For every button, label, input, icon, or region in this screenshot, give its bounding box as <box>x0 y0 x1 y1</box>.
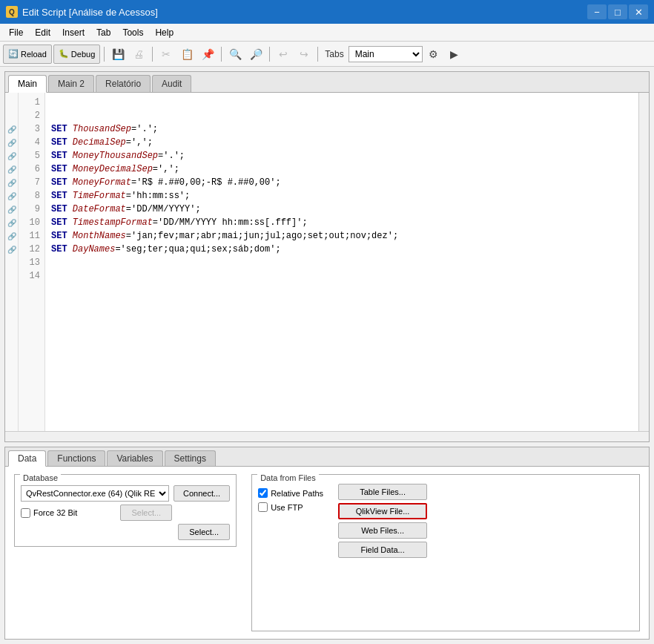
toolbar-separator-3 <box>221 47 222 62</box>
title-bar-left: Q Edit Script [Análise de Acessos] <box>6 6 158 18</box>
database-section: Database QvRestConnector.exe (64) (Qlik … <box>14 474 237 631</box>
files-checkboxes: Relative Paths Use FTP <box>258 485 323 625</box>
code-line-6: SET MoneyDecimalSep=','; <box>51 162 632 176</box>
code-line-3: SET ThousandSep='.'; <box>51 122 632 136</box>
files-section-title: Data from Files <box>257 473 319 482</box>
gutter-icon-6: 🔗 <box>7 162 17 176</box>
tab-data[interactable]: Data <box>8 450 46 467</box>
code-line-7: SET MoneyFormat='R$ #.##0,00;-R$ #.##0,0… <box>51 176 632 189</box>
gutter-icon-11: 🔗 <box>7 229 17 243</box>
menu-tab[interactable]: Tab <box>90 24 116 41</box>
code-line-1 <box>51 96 632 109</box>
gutter-icon-7: 🔗 <box>7 176 17 189</box>
db-connector-row: QvRestConnector.exe (64) (Qlik RE Connec… <box>21 485 230 502</box>
gutter-icon-9: 🔗 <box>7 203 17 216</box>
menu-bar: File Edit Insert Tab Tools Help <box>0 24 654 42</box>
redo-icon-button[interactable]: ↪ <box>294 45 314 64</box>
minimize-button[interactable]: − <box>587 4 607 19</box>
code-line-5: SET MoneyThousandSep='.'; <box>51 149 632 162</box>
gutter-icon-4: 🔗 <box>7 136 17 149</box>
force32bit-label[interactable]: Force 32 Bit <box>21 508 77 518</box>
tab-audit[interactable]: Audit <box>152 75 191 92</box>
db-force32-row: Force 32 Bit Select... <box>21 505 230 521</box>
gutter-icon-2 <box>7 109 17 122</box>
save-icon-button[interactable]: 💾 <box>108 45 128 64</box>
gutter-icon-5: 🔗 <box>7 149 17 162</box>
force32bit-checkbox[interactable] <box>21 508 30 518</box>
code-area[interactable]: SET ThousandSep='.'; SET DecimalSep=',';… <box>45 93 638 431</box>
db-connector-select[interactable]: QvRestConnector.exe (64) (Qlik RE <box>21 485 169 502</box>
editor-scrollbar-vertical[interactable] <box>638 93 649 431</box>
close-button[interactable]: ✕ <box>629 4 648 19</box>
code-line-2 <box>51 109 632 122</box>
find-icon-button[interactable]: 🔎 <box>246 45 265 64</box>
gutter-icon-3: 🔗 <box>7 122 17 136</box>
line-numbers: 1234 5678 9101112 1314 <box>19 93 45 431</box>
print-icon-button[interactable]: 🖨 <box>129 45 148 64</box>
tab-main2[interactable]: Main 2 <box>48 75 94 92</box>
debug-button[interactable]: 🐛 Debug <box>53 45 100 64</box>
reload-icon: 🔄 <box>8 49 19 59</box>
use-ftp-checkbox[interactable] <box>258 502 268 512</box>
cut-icon-button[interactable]: ✂ <box>156 45 176 64</box>
menu-insert[interactable]: Insert <box>56 24 90 41</box>
paste-icon-button[interactable]: 📌 <box>198 45 217 64</box>
use-ftp-label[interactable]: Use FTP <box>258 502 323 512</box>
db-select2-button[interactable]: Select... <box>178 524 230 540</box>
connect-button[interactable]: Connect... <box>174 485 230 502</box>
gutter: 🔗 🔗 🔗 🔗 🔗 🔗 🔗 🔗 🔗 🔗 <box>5 93 19 431</box>
reload-button[interactable]: 🔄 Reload <box>3 45 52 64</box>
search-icon-button[interactable]: 🔍 <box>225 45 245 64</box>
bottom-panel: Data Functions Variables Settings Databa… <box>4 447 650 640</box>
bottom-tab-bar: Data Functions Variables Settings <box>5 447 649 467</box>
db-select2-row: Select... <box>21 524 230 540</box>
maximize-button[interactable]: □ <box>608 4 627 19</box>
code-line-14 <box>51 269 632 283</box>
window-title: Edit Script [Análise de Acessos] <box>22 7 158 18</box>
copy-icon-button[interactable]: 📋 <box>177 45 196 64</box>
editor-tab-bar: Main Main 2 Relatório Audit <box>5 72 649 93</box>
gutter-icon-12: 🔗 <box>7 243 17 256</box>
toolbar-separator-2 <box>152 47 153 62</box>
editor-body: 🔗 🔗 🔗 🔗 🔗 🔗 🔗 🔗 🔗 🔗 1234 5678 9101112 13… <box>5 93 649 431</box>
code-line-9: SET DateFormat='DD/MM/YYYY'; <box>51 203 632 216</box>
menu-edit[interactable]: Edit <box>29 24 56 41</box>
title-bar: Q Edit Script [Análise de Acessos] − □ ✕ <box>0 0 654 24</box>
code-line-12: SET DayNames='seg;ter;qua;qui;sex;sáb;do… <box>51 243 632 256</box>
toolbar: 🔄 Reload 🐛 Debug 💾 🖨 ✂ 📋 📌 🔍 🔎 ↩ ↪ Tabs … <box>0 42 654 67</box>
editor-scrollbar-horizontal[interactable] <box>5 431 649 441</box>
table-files-button[interactable]: Table Files... <box>338 484 427 500</box>
tabs-label: Tabs <box>325 49 343 59</box>
menu-file[interactable]: File <box>3 24 29 41</box>
tab-variables[interactable]: Variables <box>107 450 162 466</box>
window-controls: − □ ✕ <box>587 4 648 19</box>
menu-tools[interactable]: Tools <box>116 24 149 41</box>
editor-panel: Main Main 2 Relatório Audit 🔗 🔗 🔗 🔗 🔗 🔗 … <box>4 71 650 442</box>
tab-settings-icon-button[interactable]: ⚙ <box>424 45 443 64</box>
gutter-icon-10: 🔗 <box>7 216 17 229</box>
tab-action-icon-button[interactable]: ▶ <box>445 45 464 64</box>
qlikview-file-button[interactable]: QlikView File... <box>338 503 427 519</box>
code-line-11: SET MonthNames='jan;fev;mar;abr;mai;jun;… <box>51 229 632 243</box>
tab-relatorio[interactable]: Relatório <box>96 75 151 92</box>
tabs-dropdown[interactable]: Main <box>349 46 423 62</box>
toolbar-separator-1 <box>104 47 105 62</box>
tab-main[interactable]: Main <box>8 75 47 93</box>
code-line-8: SET TimeFormat='hh:mm:ss'; <box>51 189 632 203</box>
files-buttons: Table Files... QlikView File... Web File… <box>338 482 427 625</box>
relative-paths-label[interactable]: Relative Paths <box>258 488 323 498</box>
db-select-button[interactable]: Select... <box>120 505 172 521</box>
code-line-13 <box>51 256 632 269</box>
main-container: Main Main 2 Relatório Audit 🔗 🔗 🔗 🔗 🔗 🔗 … <box>0 67 654 644</box>
relative-paths-checkbox[interactable] <box>258 488 268 498</box>
undo-icon-button[interactable]: ↩ <box>274 45 293 64</box>
tab-settings[interactable]: Settings <box>165 450 216 466</box>
field-data-button[interactable]: Field Data... <box>338 542 427 558</box>
tab-functions[interactable]: Functions <box>47 450 105 466</box>
toolbar-separator-4 <box>269 47 270 62</box>
code-line-4: SET DecimalSep=','; <box>51 136 632 149</box>
menu-help[interactable]: Help <box>149 24 179 41</box>
code-line-10: SET TimestampFormat='DD/MM/YYYY hh:mm:ss… <box>51 216 632 229</box>
gutter-icon-8: 🔗 <box>7 189 17 203</box>
web-files-button[interactable]: Web Files... <box>338 522 427 539</box>
